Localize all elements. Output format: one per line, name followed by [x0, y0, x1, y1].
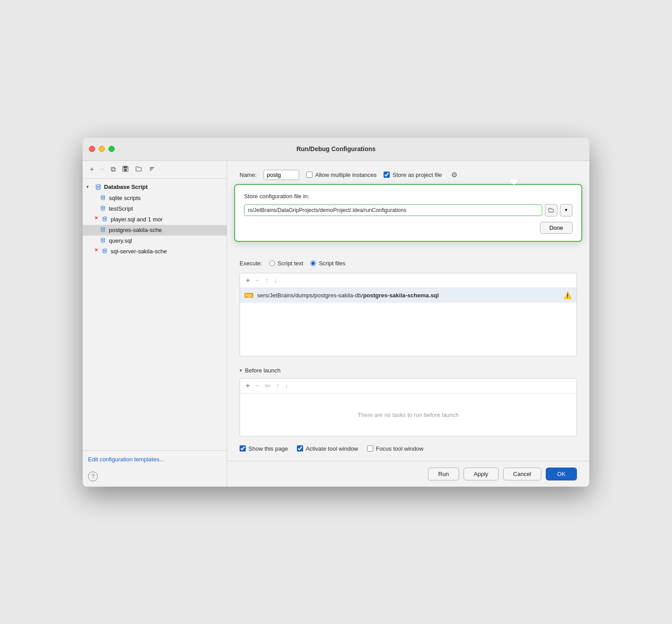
- before-launch-up-button[interactable]: ↑: [275, 381, 281, 390]
- sidebar-item-sqlite-scripts[interactable]: sqlite scripts: [83, 193, 227, 204]
- svg-point-11: [101, 238, 104, 240]
- help-button[interactable]: ?: [88, 472, 98, 481]
- script-down-button[interactable]: ↓: [272, 276, 279, 285]
- error-badge-sql-server: ✕: [94, 247, 98, 253]
- window: Run/Debug Configurations + − ⧉: [83, 138, 589, 487]
- sidebar-item-query-sql[interactable]: query.sql: [83, 236, 227, 246]
- allow-multiple-checkbox[interactable]: [306, 172, 312, 178]
- script-path: sers/JetBrains/dumps/postgres-sakila-db/…: [257, 292, 560, 299]
- traffic-lights: [89, 146, 115, 152]
- titlebar: Run/Debug Configurations: [83, 138, 589, 161]
- script-item[interactable]: SQL sers/JetBrains/dumps/postgres-sakila…: [240, 288, 576, 303]
- focus-tool-window-label: Focus tool window: [376, 445, 424, 452]
- save-config-button[interactable]: [120, 164, 131, 175]
- maximize-button[interactable]: [108, 146, 115, 152]
- popover-done-button[interactable]: Done: [540, 222, 572, 234]
- sidebar-item-player-sql[interactable]: ✕ player.sql and 1 mor: [83, 214, 227, 225]
- script-remove-button[interactable]: −: [254, 276, 260, 285]
- gear-icon[interactable]: ⚙: [451, 171, 457, 179]
- sidebar-item-sql-server-sakila[interactable]: ✕ sql-server-sakila-sche: [83, 246, 227, 257]
- activate-tool-window-group: Activate tool window: [297, 445, 358, 452]
- activate-tool-window-checkbox[interactable]: [297, 445, 303, 452]
- before-launch-add-button[interactable]: +: [244, 381, 251, 390]
- database-script-icon: [94, 183, 102, 191]
- script-text-radio-group: Script text: [269, 260, 304, 267]
- script-text-label: Script text: [278, 260, 304, 267]
- store-as-project-checkbox[interactable]: [384, 172, 390, 178]
- footer: Run Apply Cancel OK: [227, 461, 589, 487]
- script-files-radio[interactable]: [310, 260, 316, 266]
- edit-templates-link[interactable]: Edit configuration templates...: [88, 456, 164, 463]
- postgres-sakila-label: postgres-sakila-sche: [109, 227, 162, 233]
- name-input[interactable]: [264, 170, 299, 180]
- show-this-page-group: Show this page: [240, 445, 288, 452]
- apply-button[interactable]: Apply: [464, 468, 499, 480]
- store-as-project-group: Store as project file: [384, 172, 442, 178]
- sql-icon: SQL: [244, 293, 253, 298]
- sqlite-scripts-label: sqlite scripts: [109, 195, 141, 201]
- sidebar-tree: ▾ Database Script: [83, 179, 227, 450]
- svg-point-8: [101, 206, 104, 208]
- popover-folder-button[interactable]: [545, 204, 557, 216]
- script-up-button[interactable]: ↑: [264, 276, 270, 285]
- before-launch-down-button[interactable]: ↓: [284, 381, 290, 390]
- show-this-page-checkbox[interactable]: [240, 445, 246, 452]
- main-panel: Name: Allow multiple instances Store as …: [227, 161, 589, 461]
- ok-button[interactable]: OK: [546, 468, 577, 480]
- script-add-button[interactable]: +: [244, 276, 251, 285]
- add-config-button[interactable]: +: [88, 165, 96, 174]
- popover-dropdown-button[interactable]: ▾: [560, 204, 572, 216]
- name-label: Name:: [240, 172, 256, 178]
- run-button[interactable]: Run: [428, 468, 459, 480]
- query-sql-label: query.sql: [109, 237, 132, 244]
- sidebar-help-area: ?: [83, 468, 227, 487]
- svg-point-12: [103, 249, 106, 250]
- svg-point-9: [103, 217, 106, 218]
- popover-path-input[interactable]: [244, 204, 542, 216]
- error-badge-player: ✕: [94, 215, 98, 221]
- script-text-radio[interactable]: [269, 260, 275, 266]
- script-empty-area: [240, 303, 576, 356]
- svg-rect-2: [124, 169, 127, 171]
- remove-config-button[interactable]: −: [98, 165, 106, 174]
- focus-tool-window-checkbox[interactable]: [367, 445, 373, 452]
- copy-config-button[interactable]: ⧉: [109, 165, 117, 174]
- show-this-page-label: Show this page: [248, 445, 288, 452]
- allow-multiple-group: Allow multiple instances: [306, 172, 376, 178]
- tree-group-database-script[interactable]: ▾ Database Script: [83, 181, 227, 193]
- store-as-project-label: Store as project file: [392, 172, 442, 178]
- minimize-button[interactable]: [99, 146, 105, 152]
- before-launch-remove-button[interactable]: −: [254, 381, 260, 390]
- sqlite-scripts-icon: [99, 194, 107, 202]
- activate-tool-window-label: Activate tool window: [306, 445, 358, 452]
- close-button[interactable]: [89, 146, 95, 152]
- postgres-sakila-icon: [99, 226, 107, 234]
- before-launch-edit-button[interactable]: ✏: [264, 381, 272, 391]
- execute-section: Execute: Script text Script files +: [240, 260, 577, 356]
- svg-point-7: [101, 196, 104, 197]
- before-launch-toolbar: + − ✏ ↑ ↓: [240, 379, 576, 394]
- header-row: Name: Allow multiple instances Store as …: [240, 170, 577, 180]
- svg-point-6: [96, 184, 100, 186]
- query-sql-icon: [99, 237, 107, 245]
- sql-server-sakila-icon: [100, 248, 108, 256]
- folder-config-button[interactable]: [133, 164, 144, 175]
- tree-chevron-icon: ▾: [86, 184, 92, 190]
- focus-tool-window-group: Focus tool window: [367, 445, 424, 452]
- allow-multiple-label: Allow multiple instances: [315, 172, 376, 178]
- store-config-popover: Store configuration file in: ▾ Done: [234, 184, 582, 242]
- before-launch-section: ▾ Before launch + − ✏ ↑ ↓ There are no t…: [240, 367, 577, 436]
- testscript-icon: [99, 205, 107, 213]
- popover-input-row: ▾: [244, 204, 572, 216]
- sidebar-bottom: Edit configuration templates...: [83, 450, 227, 468]
- testscript-label: testScript: [109, 205, 133, 212]
- sort-config-button[interactable]: [147, 164, 157, 175]
- script-files-area: + − ↑ ↓ SQL sers/JetBrains/dumps/postgre…: [240, 273, 577, 356]
- before-launch-header: ▾ Before launch: [240, 367, 577, 374]
- sidebar-item-postgres-sakila[interactable]: postgres-sakila-sche: [83, 225, 227, 236]
- sidebar-item-testscript[interactable]: testScript: [83, 204, 227, 214]
- sql-server-sakila-label: sql-server-sakila-sche: [111, 248, 167, 255]
- cancel-button[interactable]: Cancel: [503, 468, 541, 480]
- sidebar: + − ⧉: [83, 161, 227, 487]
- main-content: + − ⧉: [83, 161, 589, 487]
